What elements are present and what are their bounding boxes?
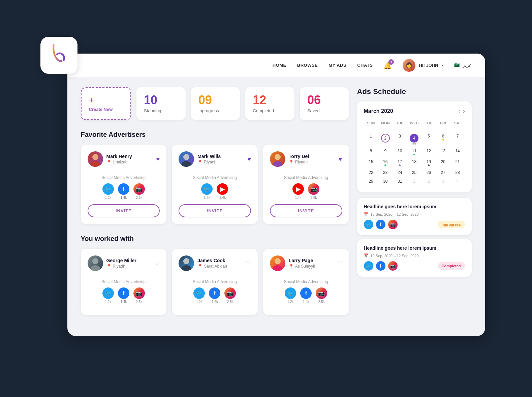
cal-day-16[interactable]: 16 (378, 157, 393, 168)
advertiser-location: 📍 As Sulayyil (289, 264, 315, 269)
cal-day-24[interactable]: 24 (393, 168, 407, 177)
svg-point-0 (92, 154, 98, 160)
social-icons: ▶ 1.4k 📷 2.5k (270, 183, 342, 200)
svg-point-7 (91, 265, 100, 271)
completed-label: Completed (253, 108, 287, 113)
cal-day-31[interactable]: 31 (393, 177, 407, 186)
cal-day-30[interactable]: 30 (378, 177, 393, 186)
cal-day-12[interactable]: 12 (421, 147, 436, 157)
user-menu[interactable]: 👩 HI! JOHN ▾ (403, 59, 443, 72)
cal-day-23[interactable]: 23 (378, 168, 393, 177)
user-info: James Cook 📍 Sarat Abidah (179, 255, 227, 271)
cal-day-overflow-4[interactable]: 4 (450, 177, 465, 186)
advertiser-location: 📍 Unaizah (106, 160, 132, 164)
cal-day-11[interactable]: 11 (407, 147, 421, 157)
social-instagram: 📷 2.5k (224, 287, 236, 304)
twitter-icon: 🐦 (102, 287, 114, 299)
instagram-icon: 📷 (308, 183, 319, 195)
lang-label: عربي (462, 63, 472, 68)
language-selector[interactable]: 🇸🇦 عربي (454, 63, 472, 68)
cal-day-20[interactable]: 20 (436, 157, 450, 168)
twitter-icon: 🐦 (201, 183, 213, 195)
instagram-icon: 📷 (133, 287, 145, 299)
cal-day-27[interactable]: 27 (436, 168, 450, 177)
cal-day-overflow-3[interactable]: 3 (436, 177, 450, 186)
calendar-grid: SUN MON TUE WED THU FRI SAT (364, 120, 465, 186)
cal-day-17[interactable]: 17 (393, 157, 407, 168)
calendar-prev-button[interactable]: ‹ (459, 108, 460, 114)
svg-point-6 (92, 258, 98, 264)
invite-button[interactable]: INVITE (179, 204, 251, 217)
advertiser-type: Social Media Advertising (88, 171, 160, 180)
cal-day-4[interactable]: 4 (407, 132, 421, 147)
notification-bell[interactable]: 🔔 1 (383, 61, 392, 69)
invite-button[interactable]: INVITE (270, 204, 342, 217)
cal-day-3[interactable]: 3 (393, 132, 407, 147)
social-twitter: 🐦 1.2k (102, 183, 114, 200)
cal-day-15[interactable]: 15 (364, 157, 378, 168)
cal-day[interactable] (378, 128, 393, 132)
sched-facebook-icon: f (376, 220, 385, 229)
cal-day-29[interactable]: 29 (364, 177, 378, 186)
advertiser-type: Social Media Advertising (179, 275, 251, 284)
favorite-heart[interactable]: ♥ (339, 156, 342, 163)
favorite-heart[interactable]: ♥ (247, 156, 251, 163)
cal-day-26[interactable]: 26 (421, 168, 436, 177)
cal-day-header-wed: WED (407, 120, 421, 128)
location-icon: 📍 (197, 264, 202, 269)
twitter-icon: 🐦 (285, 287, 296, 299)
nav-home[interactable]: HOME (273, 63, 286, 68)
nav-browse[interactable]: BROWSE (297, 63, 318, 68)
cal-day-5[interactable]: 5 (421, 132, 436, 147)
cal-day-19[interactable]: 19 (421, 157, 436, 168)
cal-day-18[interactable]: 18 (407, 157, 421, 168)
social-twitter: 🐦 1.2k (102, 287, 114, 304)
favorite-heart[interactable]: ♡ (154, 259, 160, 267)
cal-day-overflow-2[interactable]: 2 (421, 177, 436, 186)
cal-day-10[interactable]: 10 (393, 147, 407, 157)
youtube-icon: ▶ (292, 183, 304, 195)
cal-day-14[interactable]: 14 (450, 147, 465, 157)
calendar-header: March 2020 ‹ › (364, 108, 465, 114)
nav-chats[interactable]: CHATS (357, 63, 373, 68)
cal-day-2[interactable]: 2 (378, 132, 393, 147)
cal-day-22[interactable]: 22 (364, 168, 378, 177)
flag-icon: 🇸🇦 (454, 63, 460, 68)
invite-button[interactable]: INVITE (88, 204, 160, 217)
stats-row: + Create New 10 Standing 09 Inprogress 1… (81, 87, 349, 120)
cal-day-header-mon: MON (378, 120, 393, 128)
logo-icon (50, 42, 68, 68)
user-info: George Miller 📍 Riyadh (88, 255, 136, 271)
cal-day[interactable] (421, 128, 436, 132)
youtube-count: 1.4k (295, 196, 302, 200)
cal-day-6[interactable]: 6 (436, 132, 450, 147)
advertiser-card-mark-henry: Mark Henry 📍 Unaizah ♥ Social Me (81, 145, 167, 224)
cal-day[interactable] (393, 128, 407, 132)
create-new-card[interactable]: + Create New (81, 87, 131, 120)
calendar-card: March 2020 ‹ › SUN MON TUE WED THU FRI (357, 101, 472, 192)
cal-day[interactable] (364, 128, 378, 132)
cal-day[interactable] (407, 128, 421, 132)
nav-links: HOME BROWSE MY ADS CHATS (273, 63, 373, 68)
cal-day[interactable] (450, 128, 465, 132)
calendar-next-button[interactable]: › (463, 108, 465, 114)
favorite-heart[interactable]: ♡ (246, 259, 251, 267)
nav-my-ads[interactable]: MY ADS (328, 63, 346, 68)
cal-day-13[interactable]: 13 (436, 147, 450, 157)
cal-day-8[interactable]: 8 (364, 147, 378, 157)
cal-day-overflow-1[interactable]: 1 (407, 177, 421, 186)
worked-with-section: You worked with (81, 235, 349, 315)
cal-day-21[interactable]: 21 (450, 157, 465, 168)
cal-day-9[interactable]: 9 (378, 147, 393, 157)
favorite-heart[interactable]: ♥ (156, 156, 160, 163)
youtube-count: 1.4k (219, 196, 226, 200)
cal-day-7[interactable]: 7 (450, 132, 465, 147)
cal-day[interactable] (436, 128, 450, 132)
cal-day-25[interactable]: 25 (407, 168, 421, 177)
favorite-heart[interactable]: ♡ (337, 259, 342, 267)
ads-schedule-title: Ads Schedule (357, 87, 472, 96)
navbar: HOME BROWSE MY ADS CHATS 🔔 1 👩 HI! JOHN … (67, 54, 485, 77)
cal-day-28[interactable]: 28 (450, 168, 465, 177)
favorite-advertisers-grid: Mark Henry 📍 Unaizah ♥ Social Me (81, 145, 349, 224)
cal-day-1[interactable]: 1 (364, 132, 378, 147)
